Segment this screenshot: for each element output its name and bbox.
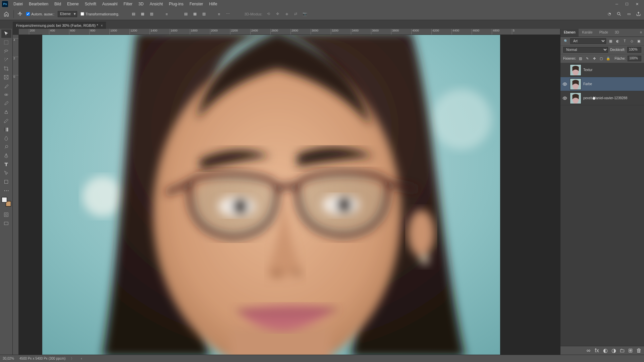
filter-smart-icon[interactable]: ▣: [636, 39, 641, 44]
magic-wand-tool[interactable]: [1, 56, 11, 64]
status-chevron[interactable]: 〉: [71, 356, 74, 361]
layer-row[interactable]: Textur: [560, 63, 644, 77]
visibility-toggle[interactable]: [562, 81, 568, 87]
close-button[interactable]: ✕: [635, 2, 639, 6]
crop-tool[interactable]: [1, 64, 11, 73]
lock-paint-icon[interactable]: ✎: [585, 56, 590, 61]
distribute-v-icon[interactable]: ≡: [216, 11, 222, 17]
dodge-tool[interactable]: [1, 143, 11, 151]
filter-shape-icon[interactable]: ◇: [629, 39, 634, 44]
distribute-icon[interactable]: ≡: [164, 11, 169, 17]
layer-fx-icon[interactable]: fx: [594, 348, 599, 353]
zoom-value[interactable]: 30,02%: [3, 357, 14, 360]
delete-layer-icon[interactable]: 🗑: [636, 348, 641, 353]
layer-filter-select[interactable]: Art: [570, 38, 606, 44]
workspace-icon[interactable]: ▭: [626, 11, 632, 17]
filter-type-icon[interactable]: T: [622, 39, 627, 44]
panel-tab-3d[interactable]: 3D: [611, 29, 623, 37]
canvas[interactable]: [19, 35, 560, 355]
move-tool[interactable]: [1, 29, 11, 38]
auto-select-target[interactable]: Ebene ▾: [58, 11, 77, 17]
foreground-color-swatch[interactable]: [2, 197, 7, 202]
align-right-icon[interactable]: ▥: [149, 11, 154, 17]
blur-tool[interactable]: [1, 134, 11, 142]
clone-stamp-tool[interactable]: [1, 108, 11, 116]
visibility-toggle[interactable]: [562, 95, 568, 101]
marquee-tool[interactable]: [1, 38, 11, 47]
quick-mask-tool[interactable]: [1, 210, 11, 219]
panel-tab-channels[interactable]: Kanäle: [579, 29, 596, 37]
visibility-toggle[interactable]: [562, 67, 568, 73]
search-icon[interactable]: [616, 11, 622, 17]
eyedropper-tool[interactable]: [1, 82, 11, 90]
svg-rect-1: [4, 41, 8, 44]
menu-item[interactable]: Bild: [52, 0, 64, 8]
minimize-button[interactable]: ─: [614, 2, 619, 6]
align-bottom-icon[interactable]: ▥: [201, 11, 207, 17]
home-button[interactable]: [3, 10, 10, 18]
auto-select-checkbox[interactable]: Autom. ausw.:: [26, 12, 54, 16]
frame-tool[interactable]: [1, 73, 11, 81]
layer-row[interactable]: Farbe: [560, 77, 644, 91]
lock-transparent-icon[interactable]: ▨: [578, 56, 583, 61]
align-center-h-icon[interactable]: ▦: [140, 11, 145, 17]
path-selection-tool[interactable]: [1, 169, 11, 177]
eraser-tool[interactable]: [1, 117, 11, 125]
doc-dimensions[interactable]: 4500 Px x 5400 Px (300 ppcm): [19, 357, 65, 360]
brush-tool[interactable]: [1, 99, 11, 108]
lock-position-icon[interactable]: ✥: [592, 56, 597, 61]
layer-row[interactable]: pexels-daniel-xavier-1239288: [560, 91, 644, 105]
menu-item[interactable]: Plug-ins: [166, 0, 186, 8]
close-tab-icon[interactable]: ×: [101, 24, 103, 27]
menu-item[interactable]: Schrift: [82, 0, 99, 8]
color-swatches[interactable]: [2, 197, 11, 206]
align-left-icon[interactable]: ▤: [130, 11, 136, 17]
menu-item[interactable]: Bearbeiten: [26, 0, 51, 8]
menu-item[interactable]: Ebene: [64, 0, 82, 8]
layer-name[interactable]: pexels-daniel-xavier-1239288: [583, 96, 627, 100]
new-layer-icon[interactable]: ⊞: [628, 348, 633, 353]
link-layers-icon[interactable]: ∞: [586, 348, 591, 353]
layer-name[interactable]: Textur: [583, 68, 592, 72]
menu-item[interactable]: Filter: [121, 0, 135, 8]
group-layers-icon[interactable]: 🗀: [620, 348, 625, 353]
menu-item[interactable]: Fenster: [187, 0, 206, 8]
type-tool[interactable]: [1, 160, 11, 169]
mode-3d-label: 3D-Modus:: [244, 12, 262, 16]
menu-item[interactable]: Hilfe: [207, 0, 220, 8]
screen-mode-tool[interactable]: [1, 219, 11, 228]
lasso-tool[interactable]: [1, 47, 11, 55]
layer-mask-icon[interactable]: ◐: [603, 348, 608, 353]
maximize-button[interactable]: ☐: [625, 2, 629, 6]
gradient-tool[interactable]: [1, 125, 11, 134]
filter-adjust-icon[interactable]: ◐: [615, 39, 620, 44]
menu-item[interactable]: Auswahl: [100, 0, 120, 8]
svg-point-5: [5, 145, 8, 148]
shape-tool[interactable]: [1, 178, 11, 186]
layer-name[interactable]: Farbe: [583, 82, 592, 86]
cloud-docs-icon[interactable]: ◔: [606, 11, 612, 17]
blend-mode-select[interactable]: Normal: [563, 47, 608, 53]
filter-pixel-icon[interactable]: ▦: [608, 39, 613, 44]
lock-all-icon[interactable]: 🔒: [606, 56, 611, 61]
align-top-icon[interactable]: ▤: [183, 11, 189, 17]
fill-value[interactable]: 100%: [628, 56, 641, 61]
align-middle-icon[interactable]: ▦: [192, 11, 198, 17]
more-options-icon[interactable]: ⋯: [225, 11, 231, 17]
transform-controls-checkbox[interactable]: Transformationsstrg.: [80, 12, 119, 16]
document-tab[interactable]: Frequenztrennung.psdc bei 30% (Farbe, RG…: [13, 22, 106, 29]
lock-artboard-icon[interactable]: ▢: [599, 56, 604, 61]
share-icon[interactable]: [636, 11, 641, 17]
menu-item[interactable]: Ansicht: [147, 0, 165, 8]
panel-tab-paths[interactable]: Pfade: [596, 29, 611, 37]
panel-menu-icon[interactable]: ≡: [638, 29, 644, 37]
opacity-value[interactable]: 100%: [627, 47, 641, 53]
pen-tool[interactable]: [1, 152, 11, 160]
menu-item[interactable]: 3D: [136, 0, 146, 8]
search-icon[interactable]: 🔍: [563, 39, 568, 44]
menu-item[interactable]: Datei: [11, 0, 25, 8]
panel-tab-layers[interactable]: Ebenen: [560, 29, 579, 37]
healing-brush-tool[interactable]: [1, 90, 11, 99]
more-tools[interactable]: ⋯: [1, 186, 11, 195]
adjustment-layer-icon[interactable]: ◑: [611, 348, 616, 353]
